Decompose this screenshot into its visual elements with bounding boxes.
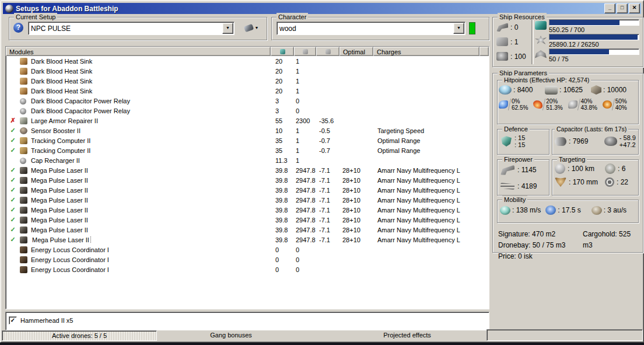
module-pg-value: 0 [294,107,316,114]
module-cpu-value: 39.8 [271,167,294,174]
minimize-button[interactable]: _ [604,4,615,13]
module-cpu-value: 0 [271,266,294,273]
firepower-row: : 4189 [501,180,549,193]
firepower-title: Firepower [502,155,534,163]
module-icon [20,186,31,194]
resist-explosive-shield: 50% [615,98,627,104]
resist-kinetic-armor: 43.8% [581,104,597,111]
module-name: Mega Pulse Laser II [31,197,271,204]
table-row[interactable]: ✗ Large Armor Repairer II 55 2300 -35.6 [6,116,489,126]
right-status-panel [487,329,643,341]
table-row[interactable]: ✓ Mega Pulse Laser II 39.8 2947.8 -7.1 2… [6,215,489,225]
column-header-modules[interactable]: Modules [6,47,271,56]
resist-kinetic-shield: 40% [581,98,597,104]
app-icon [5,5,13,13]
table-row[interactable]: Energy Locus Coordinator I 0 0 [6,255,489,264]
targeting-grid: : 100 km : 6 : 170 mm : 22 [555,163,638,187]
mobility-warp: : 3 au/s [592,206,637,215]
firepower-row: : 1145 [501,163,549,176]
table-row[interactable]: Dark Blood Heat Sink 20 1 [6,76,489,86]
targeting-range: : 100 km [555,163,605,174]
table-row[interactable]: ✓ Mega Pulse Laser II 39.8 2947.8 -7.1 2… [6,195,489,205]
slot-count-row: : 100 [496,49,529,64]
slot-count-row: : 0 [496,20,529,34]
resource-bar-text: 25890.12 / 26250 [549,41,639,48]
module-pg-value: 1 [294,88,316,95]
max-targets-icon [605,163,615,174]
table-row[interactable]: ✓ Mega Pulse Laser II 39.8 2947.8 -7.1 2… [6,165,489,175]
maximize-button[interactable]: □ [617,4,628,13]
module-pg-value: 2947.8 [294,167,316,174]
character-group: Character wood ▼ [271,17,489,40]
chevron-down-icon[interactable]: ▼ [453,23,464,34]
powergrid-column-icon[interactable] [294,47,316,56]
fp-turret-icon [501,165,514,175]
table-row[interactable]: ✓ Sensor Booster II 10 1 -0.5 Targeting … [6,126,489,135]
chevron-down-icon[interactable]: ▼ [222,23,233,34]
close-button[interactable]: ✕ [629,4,640,13]
drone-list-item[interactable]: ✓ Hammerhead II x5 [9,315,489,326]
module-name: Mega Pulse Laser II [31,217,271,224]
character-status-indicator [469,22,475,34]
cpu-column-icon[interactable] [271,47,294,56]
slot-count-value: : 0 [510,23,518,32]
targeting-title: Targeting [557,155,587,163]
table-row[interactable]: Dark Blood Heat Sink 20 1 [6,86,489,96]
module-name: Cap Recharger II [31,157,271,164]
explosive-icon [603,100,612,109]
table-row[interactable]: Dark Blood Heat Sink 20 1 [6,66,489,76]
column-header-optimal[interactable]: Optimal [340,47,373,56]
table-row[interactable]: ✓ Tracking Computer II 35 1 -0.7 Optimal… [6,135,489,145]
module-pg-value: 2947.8 [294,207,316,214]
table-row[interactable]: ✓ Tracking Computer II 35 1 -0.7 Optimal… [6,145,489,155]
module-cpu-value: 35 [271,147,294,154]
table-row[interactable]: Cap Recharger II 11.3 1 [6,155,489,165]
module-cap-value: -7.1 [316,207,340,214]
table-row[interactable]: ✓ Mega Pulse Laser II 39.8 2947.8 -7.1 2… [6,175,489,185]
module-cpu-value: 0 [271,246,294,253]
module-icon [20,137,31,144]
table-row[interactable]: ✓ Mega Pulse Laser II 39.8 2947.8 -7.1 2… [6,225,489,235]
drones-listbox[interactable]: ✓ Hammerhead II x5 [5,312,489,330]
firepower-value: : 4189 [517,182,537,190]
drone-checkbox[interactable]: ✓ [9,316,17,325]
column-header-charges[interactable]: Charges [373,47,480,56]
setup-tools-button[interactable]: ▼ [240,22,262,34]
module-name: Energy Locus Coordinator I [31,266,271,273]
table-row[interactable]: Energy Locus Coordinator I 0 0 [6,245,489,255]
resource-bar-fill [550,20,620,25]
character-select[interactable]: wood ▼ [276,22,466,35]
fitted-check-icon: ✓ [6,216,20,224]
table-row[interactable]: Dark Blood Heat Sink 20 1 [6,56,489,66]
resource-bars: 550.25 / 700 25890.12 / 26250 50 / 75 [535,19,639,63]
price-stat: Price: 0 isk [498,251,640,262]
table-row[interactable]: ✓ Mega Pulse Laser II 39.8 2947.8 -7.1 2… [6,185,489,195]
module-icon [20,206,31,214]
table-row[interactable]: Dark Blood Capacitor Power Relay 3 0 [6,106,489,116]
module-charge-value: Amarr Navy Multifrequency L [373,226,489,234]
capacitor-column-icon[interactable] [316,47,340,56]
capacitor-title: Capacitor (Lasts: 6m 17s) [555,125,628,133]
setup-select[interactable]: NPC PULSE ▼ [28,22,235,35]
table-row[interactable]: Energy Locus Coordinator I 0 0 [6,264,489,274]
module-optimal-value: 28+10 [340,197,373,204]
help-icon[interactable]: ? [13,23,23,33]
module-icon [20,246,31,253]
resource-bar [549,19,639,26]
table-row[interactable]: ✓ Mega Pulse Laser II 39.8 2947.8 -7.1 2… [6,235,489,245]
statusbar: Active drones: 5 / 5 Gang bonuses Projec… [1,330,644,340]
module-pg-value: 1 [294,58,316,65]
module-icon [20,236,31,243]
launcher-slots-icon [496,37,508,46]
module-cpu-value: 0 [271,256,294,263]
armor-icon [545,86,558,95]
ship-stats: Signature: 470 m2 Cargohold: 525 m3 Dron… [498,229,640,262]
modules-listview[interactable]: Modules Optimal Charges Dark Blood Heat … [5,46,489,309]
table-row[interactable]: ✓ Mega Pulse Laser II 39.8 2947.8 -7.1 2… [6,205,489,215]
module-icon [20,127,31,134]
module-cpu-value: 20 [271,58,294,65]
sensor-strength-icon [605,177,614,187]
table-row[interactable]: Dark Blood Capacitor Power Relay 3 0 [6,96,489,106]
module-cpu-value: 39.8 [271,177,294,184]
module-pg-value: 1 [294,147,316,154]
